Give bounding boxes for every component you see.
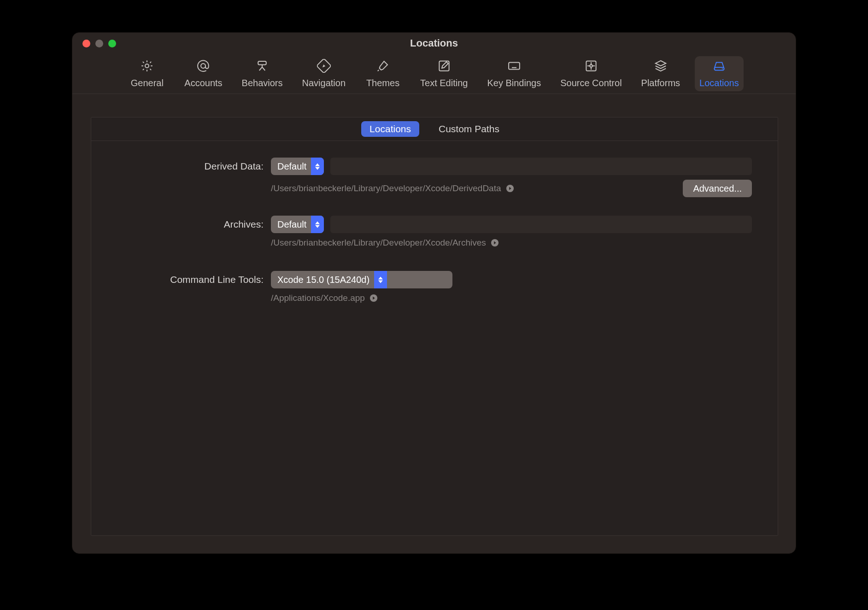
clt-label: Command Line Tools: xyxy=(117,274,264,285)
tab-label: Behaviors xyxy=(242,78,283,88)
svg-point-7 xyxy=(590,65,592,67)
svg-rect-2 xyxy=(258,61,266,65)
chevron-up-down-icon xyxy=(311,158,324,175)
chevron-up-down-icon xyxy=(374,271,387,288)
tab-general[interactable]: General xyxy=(124,56,170,91)
archives-path-field[interactable] xyxy=(330,216,752,233)
segmented-control: Locations Custom Paths xyxy=(91,117,778,141)
derived-data-select[interactable]: Default xyxy=(271,158,324,175)
tab-platforms[interactable]: Platforms xyxy=(637,56,685,91)
archives-label: Archives: xyxy=(117,219,264,230)
reveal-in-finder-icon[interactable] xyxy=(369,294,378,302)
select-value: Default xyxy=(277,219,311,230)
tab-label: Navigation xyxy=(302,78,346,88)
derived-data-path-field[interactable] xyxy=(330,158,752,175)
tab-label: Source Control xyxy=(560,78,622,88)
chevron-up-down-icon xyxy=(311,216,324,233)
tab-locations[interactable]: Locations xyxy=(695,56,744,91)
preferences-toolbar: General Accounts Behaviors Navigation Th… xyxy=(72,54,796,94)
close-window-button[interactable] xyxy=(82,40,90,47)
preferences-window: Locations General Accounts Behaviors Nav… xyxy=(72,32,796,554)
titlebar: Locations xyxy=(72,33,796,54)
tab-label: Locations xyxy=(699,78,739,88)
select-value: Default xyxy=(277,161,311,172)
tab-label: Accounts xyxy=(184,78,222,88)
keyboard-icon xyxy=(507,59,521,75)
source-control-icon xyxy=(584,59,598,75)
tab-label: General xyxy=(131,78,164,88)
tab-label: Key Bindings xyxy=(487,78,541,88)
tab-behaviors[interactable]: Behaviors xyxy=(237,56,287,91)
paintbrush-icon xyxy=(376,59,390,75)
tab-label: Themes xyxy=(366,78,399,88)
disk-icon xyxy=(712,59,726,75)
clt-select[interactable]: Xcode 15.0 (15A240d) xyxy=(271,271,452,288)
locations-panel: Locations Custom Paths Derived Data: Def… xyxy=(91,117,778,536)
behaviors-icon xyxy=(255,59,269,75)
tab-text-editing[interactable]: Text Editing xyxy=(416,56,472,91)
reveal-in-finder-icon[interactable] xyxy=(491,239,499,247)
tab-key-bindings[interactable]: Key Bindings xyxy=(482,56,545,91)
window-controls xyxy=(82,40,116,47)
locations-form: Derived Data: Default xyxy=(91,141,778,312)
content-area: Locations Custom Paths Derived Data: Def… xyxy=(72,94,796,553)
pencil-square-icon xyxy=(437,59,451,75)
derived-data-path: /Users/brianbeckerle/Library/Developer/X… xyxy=(271,183,501,194)
layers-icon xyxy=(654,59,668,75)
reveal-in-finder-icon[interactable] xyxy=(506,184,514,193)
navigation-icon xyxy=(317,59,331,75)
svg-point-0 xyxy=(145,64,149,68)
at-sign-icon xyxy=(196,59,210,75)
zoom-window-button[interactable] xyxy=(108,40,116,47)
gear-icon xyxy=(140,59,154,75)
tab-accounts[interactable]: Accounts xyxy=(180,56,227,91)
tab-themes[interactable]: Themes xyxy=(360,56,405,91)
archives-path: /Users/brianbeckerle/Library/Developer/X… xyxy=(271,238,486,248)
segment-locations[interactable]: Locations xyxy=(361,121,419,137)
segment-custom-paths[interactable]: Custom Paths xyxy=(430,121,508,137)
derived-data-label: Derived Data: xyxy=(117,161,264,172)
archives-select[interactable]: Default xyxy=(271,216,324,233)
select-value: Xcode 15.0 (15A240d) xyxy=(277,275,374,285)
advanced-button[interactable]: Advanced... xyxy=(683,180,752,197)
tab-label: Text Editing xyxy=(420,78,468,88)
tab-label: Platforms xyxy=(641,78,680,88)
tab-source-control[interactable]: Source Control xyxy=(556,56,626,91)
tab-navigation[interactable]: Navigation xyxy=(298,56,351,91)
svg-point-1 xyxy=(201,64,205,68)
svg-rect-5 xyxy=(509,63,520,70)
window-title: Locations xyxy=(72,37,796,49)
minimize-window-button[interactable] xyxy=(95,40,103,47)
svg-point-9 xyxy=(722,68,723,69)
clt-path: /Applications/Xcode.app xyxy=(271,293,365,303)
